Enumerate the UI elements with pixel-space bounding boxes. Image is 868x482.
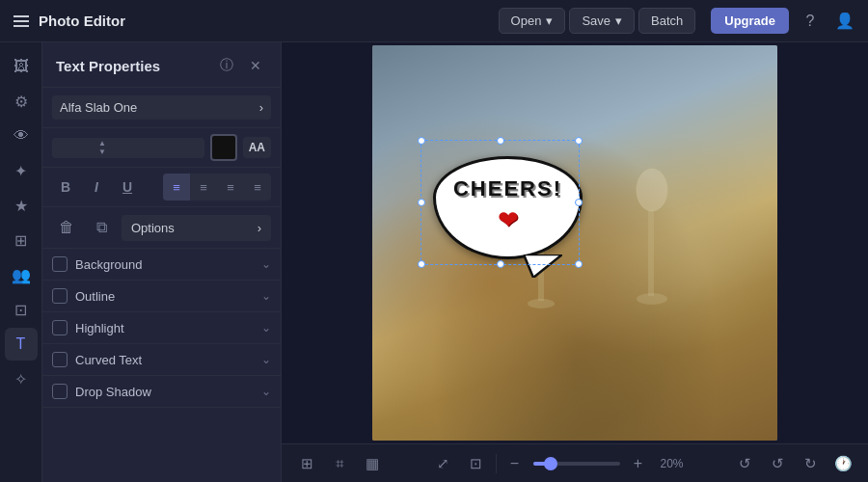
- bottom-left: ⊞ ⌗ ▦: [293, 450, 386, 477]
- left-toolbar: 🖼 ⚙ 👁 ✦ ★ ⊞ 👥 ⊡ T ✧: [0, 42, 42, 482]
- canvas-photo: CHEERS! ❤: [372, 45, 777, 441]
- history-icon[interactable]: 🕐: [829, 450, 856, 477]
- panel-header-icons: ⓘ ✕: [215, 54, 267, 77]
- reset-icon[interactable]: ↺: [731, 450, 758, 477]
- user-icon[interactable]: 👤: [831, 8, 858, 35]
- drop-shadow-label: Drop Shadow: [75, 385, 254, 399]
- format-row: B I U ≡ ≡ ≡ ≡: [42, 168, 281, 207]
- heart-icon: ❤: [498, 205, 519, 235]
- background-checkbox[interactable]: [52, 256, 68, 272]
- bottom-bar: ⊞ ⌗ ▦ ⤢ ⊡ − + 20% ↺ ↺ ↻ 🕐: [282, 443, 868, 482]
- photo-background: [372, 45, 777, 441]
- tool-sticker[interactable]: ★: [5, 189, 38, 222]
- crop-icon[interactable]: ⌗: [326, 450, 353, 477]
- topbar-right: Upgrade ? 👤: [711, 8, 858, 35]
- italic-button[interactable]: I: [83, 174, 110, 201]
- panel-title: Text Properties: [56, 58, 160, 74]
- background-label: Background: [75, 257, 254, 272]
- speech-tail: [524, 254, 562, 278]
- zoom-thumb: [544, 457, 557, 470]
- align-group: ≡ ≡ ≡ ≡: [163, 174, 271, 201]
- outline-label: Outline: [75, 289, 254, 304]
- tool-text[interactable]: T: [5, 328, 38, 361]
- tool-eye[interactable]: 👁: [5, 120, 38, 152]
- size-down-arrow[interactable]: ▼: [96, 148, 108, 156]
- fit-icon[interactable]: ⊡: [463, 450, 490, 477]
- tool-adjust[interactable]: ⚙: [5, 85, 38, 118]
- tool-image[interactable]: 🖼: [5, 50, 38, 83]
- cheers-text: CHEERS!: [453, 176, 562, 201]
- align-center-button[interactable]: ≡: [190, 174, 217, 201]
- anti-alias-button[interactable]: AA: [243, 137, 271, 158]
- batch-button[interactable]: Batch: [638, 8, 695, 34]
- close-icon[interactable]: ✕: [244, 54, 267, 77]
- topbar: Photo Editor Open ▾ Save ▾ Batch Upgrade…: [0, 0, 868, 42]
- background-chevron: ⌄: [261, 257, 271, 271]
- font-selector[interactable]: Alfa Slab One ›: [52, 95, 271, 120]
- section-background[interactable]: Background ⌄: [42, 249, 281, 281]
- zoom-value: 20%: [657, 457, 688, 470]
- highlight-checkbox[interactable]: [52, 320, 68, 335]
- size-arrows: ▲ ▼: [96, 140, 108, 156]
- chevron-down-icon: ▾: [615, 13, 622, 28]
- bold-button[interactable]: B: [52, 174, 79, 201]
- section-drop-shadow[interactable]: Drop Shadow ⌄: [42, 376, 281, 408]
- action-row: 🗑 ⧉ Options ›: [42, 207, 281, 249]
- tool-brush[interactable]: ✦: [5, 154, 38, 187]
- zoom-out-button[interactable]: −: [502, 451, 528, 476]
- size-up-arrow[interactable]: ▲: [96, 140, 108, 147]
- font-row: Alfa Slab One ›: [42, 88, 281, 128]
- canvas-image-wrap: CHEERS! ❤: [372, 45, 777, 441]
- bottom-right: ↺ ↺ ↻ 🕐: [731, 450, 856, 477]
- open-button[interactable]: Open ▾: [499, 8, 566, 34]
- layers-icon[interactable]: ⊞: [293, 450, 320, 477]
- zoom-slider[interactable]: [533, 462, 620, 466]
- font-size-input[interactable]: [58, 141, 96, 155]
- duplicate-button[interactable]: ⧉: [87, 213, 116, 242]
- zoom-in-button[interactable]: +: [626, 451, 651, 476]
- redo-icon[interactable]: ↻: [797, 450, 824, 477]
- align-left-button[interactable]: ≡: [163, 174, 190, 201]
- tool-frame[interactable]: ⊡: [5, 293, 38, 326]
- chevron-right-icon: ›: [259, 100, 263, 115]
- upgrade-button[interactable]: Upgrade: [711, 8, 789, 34]
- highlight-label: Highlight: [75, 321, 254, 335]
- options-button[interactable]: Options ›: [122, 215, 271, 241]
- chevron-right-icon: ›: [258, 221, 261, 235]
- canvas-area: CHEERS! ❤: [282, 42, 868, 482]
- delete-button[interactable]: 🗑: [52, 213, 81, 242]
- drop-shadow-checkbox[interactable]: [52, 384, 68, 399]
- align-justify-button[interactable]: ≡: [244, 174, 271, 201]
- highlight-chevron: ⌄: [261, 321, 271, 335]
- underline-button[interactable]: U: [114, 174, 141, 201]
- app-title: Photo Editor: [39, 13, 125, 29]
- menu-icon[interactable]: [10, 12, 33, 31]
- tool-people[interactable]: 👥: [5, 258, 38, 291]
- topbar-left: Photo Editor: [10, 12, 125, 31]
- font-size-row: ▲ ▼ AA: [42, 128, 281, 168]
- tool-overlay[interactable]: ⊞: [5, 224, 38, 256]
- side-panel: Text Properties ⓘ ✕ Alfa Slab One › ▲ ▼: [42, 42, 282, 482]
- undo-icon[interactable]: ↺: [764, 450, 791, 477]
- align-right-button[interactable]: ≡: [217, 174, 244, 201]
- section-outline[interactable]: Outline ⌄: [42, 281, 281, 312]
- curved-text-label: Curved Text: [75, 353, 254, 367]
- curved-text-checkbox[interactable]: [52, 352, 68, 367]
- curved-text-chevron: ⌄: [261, 353, 271, 366]
- info-icon[interactable]: ⓘ: [215, 54, 238, 77]
- color-swatch[interactable]: [210, 134, 237, 161]
- grid-icon[interactable]: ▦: [359, 450, 386, 477]
- bottom-center: ⤢ ⊡ − + 20%: [392, 450, 725, 477]
- panel-header: Text Properties ⓘ ✕: [42, 42, 281, 88]
- section-highlight[interactable]: Highlight ⌄: [42, 312, 281, 344]
- divider: [496, 454, 497, 473]
- tool-effect[interactable]: ✧: [5, 362, 38, 395]
- save-button[interactable]: Save ▾: [569, 8, 635, 34]
- outline-checkbox[interactable]: [52, 288, 68, 304]
- outline-chevron: ⌄: [261, 289, 271, 303]
- canvas-viewport[interactable]: CHEERS! ❤: [282, 42, 868, 443]
- help-icon[interactable]: ?: [797, 8, 824, 35]
- section-curved-text[interactable]: Curved Text ⌄: [42, 344, 281, 376]
- fullscreen-icon[interactable]: ⤢: [430, 450, 457, 477]
- main-area: 🖼 ⚙ 👁 ✦ ★ ⊞ 👥 ⊡ T ✧ Text Properties ⓘ ✕ …: [0, 42, 868, 482]
